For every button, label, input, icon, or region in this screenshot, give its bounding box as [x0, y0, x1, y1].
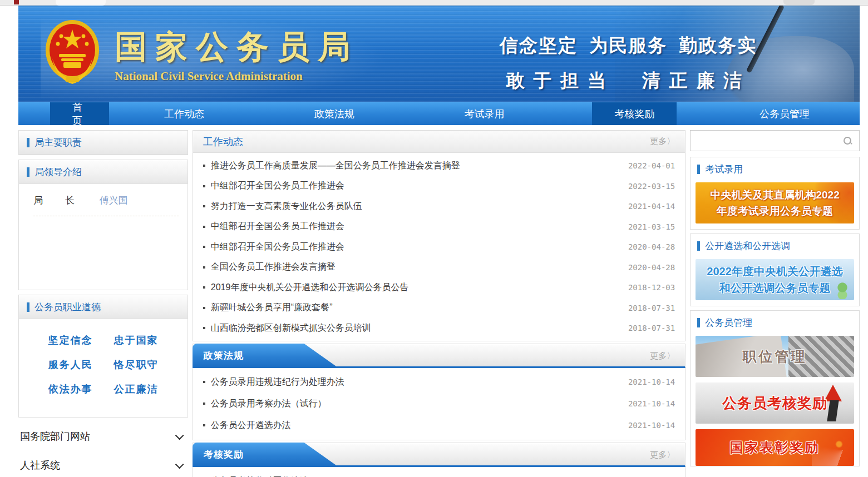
more-link[interactable]: 更多〉	[650, 136, 675, 147]
news-item: 中组部召开全国公务员工作推进会 2020-04-28	[193, 237, 685, 257]
right-box-civil-servant-management: 公务员管理 职位管理 公务员考核奖励 国家表彰奖励	[690, 310, 860, 466]
news-title-link[interactable]: 中组部召开全国公务员工作推进会	[211, 241, 622, 253]
banner-national-commendation[interactable]: 国家表彰奖励	[696, 429, 854, 466]
news-item: 公务员录用考察办法（试行） 2021-10-14	[193, 393, 685, 415]
news-title-link[interactable]: 中组部召开全国公务员工作推进会	[211, 221, 622, 232]
news-title-link[interactable]: 公务员录用考察办法（试行）	[211, 398, 622, 410]
recording-indicator-icon	[14, 0, 19, 4]
search-icon[interactable]	[843, 136, 852, 146]
news-date: 2021-10-14	[628, 377, 675, 386]
news-title-link[interactable]: 推进公务员工作高质量发展——全国公务员工作推进会发言摘登	[211, 160, 622, 172]
nav-item-label: 考试录用	[442, 102, 526, 125]
slogan: 信念坚定 为民服务 勤政务实 敢于担当 清正廉洁	[500, 33, 757, 93]
news-item: 2019年度中央机关公开遴选和公开选调公务员公告 2018-12-03	[193, 277, 685, 298]
news-title-link[interactable]: 新疆叶城公务员享用“廉政套餐”	[211, 302, 622, 314]
news-title-link[interactable]: 公务员录用违规违纪行为处理办法	[211, 376, 622, 388]
section-assessment-rewards: 考核奖励 更多〉 公务员考核奖励工作综述	[193, 443, 685, 477]
bullet-icon	[203, 246, 205, 248]
news-item: 公务员公开遴选办法 2021-10-14	[193, 415, 685, 436]
blue-bar-icon	[27, 167, 29, 177]
news-date: 2018-07-31	[628, 324, 675, 332]
main-navigation: 首页 工作动态 政策法规 考试录用 考核奖励 公务员管理	[18, 102, 860, 125]
ethics-row: 依法办事 公正廉洁	[19, 382, 188, 396]
news-title-link[interactable]: 公务员公开遴选办法	[211, 420, 622, 431]
nav-item-policies[interactable]: 政策法规	[259, 102, 410, 125]
ethics-word: 恪尽职守	[114, 358, 158, 371]
section-title: 考核奖励	[204, 448, 244, 461]
news-title-link[interactable]: 中组部召开全国公务员工作推进会	[211, 180, 622, 192]
bullet-icon	[203, 266, 205, 269]
news-title-link[interactable]: 2019年度中央机关公开遴选和公开选调公务员公告	[211, 282, 622, 294]
site-logo[interactable]: 国家公务员局 National Civil Service Administra…	[45, 19, 358, 86]
banner-text-line: 和公开选调公务员专题	[719, 280, 831, 296]
section-tab: 政策法规	[193, 344, 338, 368]
banner-position-management[interactable]: 职位管理	[696, 336, 854, 377]
bullet-icon	[203, 403, 205, 405]
chevron-down-icon	[175, 460, 184, 469]
news-item: 努力打造一支高素质专业化公务员队伍 2021-04-14	[193, 196, 685, 217]
news-title-link[interactable]: 公务员考核奖励工作综述	[211, 475, 668, 477]
search-input[interactable]	[691, 131, 843, 151]
sidebar-box-duties[interactable]: 局主要职责	[18, 130, 188, 155]
content-area: 局主要职责 局领导介绍 局 长 傅兴国	[18, 125, 860, 477]
news-date: 2018-12-03	[628, 283, 675, 292]
right-box-exam-recruitment: 考试录用 中央机关及其直属机构2022 年度考试录用公务员专题	[690, 157, 860, 230]
news-title-link[interactable]: 全国公务员工作推进会发言摘登	[211, 261, 622, 273]
news-item: 山西临汾尧都区创新模式抓实公务员培训 2018-07-31	[193, 318, 685, 339]
sidebar-box-header: 局主要职责	[19, 131, 188, 155]
site-title: 国家公务员局	[115, 31, 358, 63]
nav-item-assessment-rewards[interactable]: 考核奖励	[559, 102, 709, 125]
section-title: 工作动态	[203, 135, 243, 148]
main-column: 工作动态 更多〉 推进公务员工作高质量发展——全国公务员工作推进会发言摘登 20…	[193, 130, 685, 477]
nav-item-work-news[interactable]: 工作动态	[109, 102, 259, 125]
news-item: 新疆叶城公务员享用“廉政套餐” 2018-07-31	[193, 298, 685, 319]
nav-item-civil-servant-management[interactable]: 公务员管理	[709, 102, 860, 125]
dropdown-label: 国务院部门网站	[20, 430, 90, 443]
nav-item-exam-recruitment[interactable]: 考试录用	[410, 102, 560, 125]
more-link[interactable]: 更多〉	[650, 450, 675, 460]
news-item: 公务员录用违规违纪行为处理办法 2021-10-14	[193, 371, 685, 393]
site-title-block: 国家公务员局 National Civil Service Administra…	[115, 19, 358, 83]
dashed-divider	[33, 216, 179, 216]
nav-item-home[interactable]: 首页	[50, 102, 109, 125]
sidebar-box-ethics: 公务员职业道德 坚定信念 忠于国家 服务人民 恪尽职守 依法办事 公正廉洁	[18, 295, 188, 418]
news-item: 中组部召开全国公务员工作推进会 2021-03-15	[193, 217, 685, 237]
site-subtitle: National Civil Service Administration	[115, 69, 358, 83]
news-list: 公务员录用违规违纪行为处理办法 2021-10-14 公务员录用考察办法（试行）…	[193, 368, 685, 440]
section-policies: 政策法规 更多〉 公务员录用违规违纪行为处理办法 2021-10-14 公务员录…	[193, 344, 685, 440]
bullet-icon	[203, 307, 205, 309]
nav-item-label: 公务员管理	[737, 102, 832, 125]
banner-assessment-rewards[interactable]: 公务员考核奖励	[696, 382, 854, 424]
section-header-tab: 政策法规 更多〉	[193, 344, 685, 368]
blue-bar-icon	[697, 165, 700, 174]
browser-tab-hint	[56, 0, 106, 6]
page-wrapper: 国家公务员局 National Civil Service Administra…	[18, 6, 860, 477]
right-sidebar: 考试录用 中央机关及其直属机构2022 年度考试录用公务员专题 公开遴选和公开选…	[690, 130, 860, 477]
news-title-link[interactable]: 努力打造一支高素质专业化公务员队伍	[211, 201, 622, 212]
right-box-title: 考试录用	[705, 163, 743, 176]
section-header-tab: 考核奖励 更多〉	[193, 443, 685, 467]
national-emblem-icon	[45, 19, 100, 86]
leader-name-link[interactable]: 傅兴国	[100, 195, 128, 206]
banner-text-line: 中央机关及其直属机构2022	[710, 187, 839, 203]
news-title-link[interactable]: 山西临汾尧都区创新模式抓实公务员培训	[211, 322, 622, 334]
sidebar-dropdown-hr-system[interactable]: 人社系统	[18, 455, 188, 475]
news-list: 推进公务员工作高质量发展——全国公务员工作推进会发言摘登 2022-04-01 …	[193, 153, 685, 341]
news-date: 2021-10-14	[628, 399, 675, 408]
ethics-word: 依法办事	[48, 382, 92, 396]
more-link[interactable]: 更多〉	[650, 351, 675, 361]
sidebar-dropdown-state-council-sites[interactable]: 国务院部门网站	[18, 426, 188, 446]
leader-role-label: 局 长	[33, 195, 76, 206]
sidebar-box-title: 局主要职责	[34, 136, 82, 149]
slogan-line-2: 敢于担当 清正廉洁	[500, 68, 757, 93]
nav-item-label: 首页	[50, 102, 109, 125]
news-date: 2020-04-28	[628, 242, 675, 251]
slogan-line-1: 信念坚定 为民服务 勤政务实	[500, 33, 757, 58]
bullet-icon	[203, 165, 205, 167]
banner-text-line: 年度考试录用公务员专题	[717, 203, 833, 219]
banner-text-line: 2022年度中央机关公开遴选	[707, 263, 843, 280]
banner-open-selection-2022[interactable]: 2022年度中央机关公开遴选 和公开选调公务员专题	[696, 259, 854, 300]
banner-exam-recruitment-2022[interactable]: 中央机关及其直属机构2022 年度考试录用公务员专题	[696, 182, 854, 223]
right-box-header: 公开遴选和公开选调	[691, 234, 859, 258]
search-box	[690, 130, 860, 151]
